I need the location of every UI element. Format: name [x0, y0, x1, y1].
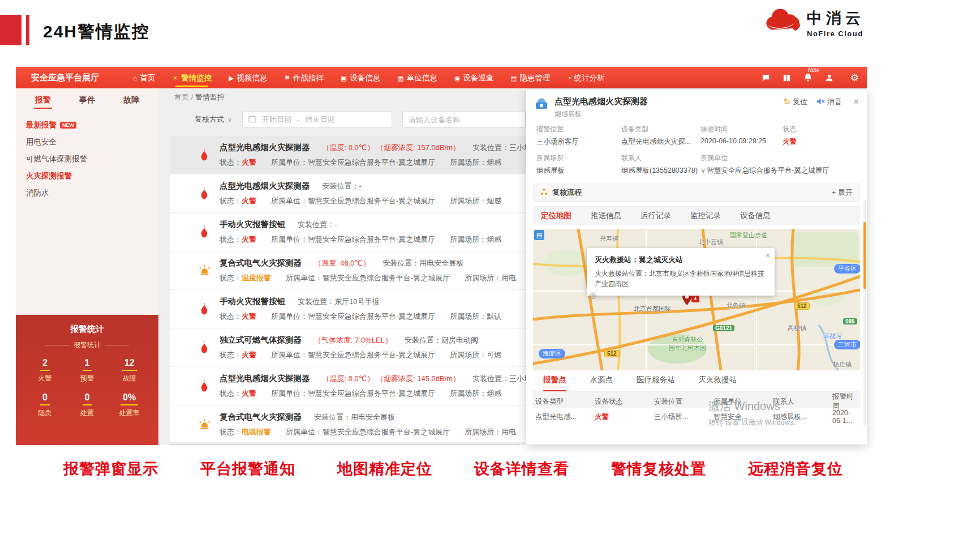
sidebar-item-latest-alarm[interactable]: 最新报警 NEW	[16, 117, 158, 134]
map-park-label: 东郊森林公 园华北树木园	[669, 335, 706, 352]
tab-push-info[interactable]: 推送信息	[591, 211, 621, 221]
breadcrumb-current: 警情监控	[195, 93, 225, 101]
map-river-label: 幸福河	[823, 332, 841, 340]
map-label: 国家登山步道	[730, 231, 767, 240]
road-number-badge: 512	[794, 302, 810, 310]
sidebar-item-fire-water[interactable]: 消防水	[16, 185, 158, 202]
table-header-row: 设备类型设备状态 安装位置所属单位 联系人报警时间	[533, 392, 860, 408]
map-info-popup: × 灭火救援站：翼之城灭火站 灭火救援站位置：北京市顺义区李桥镇国家地理信息科技…	[587, 248, 775, 296]
tab-monitor-records[interactable]: 监控记录	[690, 211, 721, 221]
nav-item-home[interactable]: ⌂首页	[133, 67, 155, 88]
mute-button[interactable]: 消音	[816, 97, 842, 107]
breadcrumb-home[interactable]: 首页	[174, 93, 189, 101]
sidebar-item-gas-detection[interactable]: 可燃气体探测报警	[16, 151, 158, 168]
review-process-bar: 复核流程 + 展开	[533, 183, 860, 202]
alarm-detail-panel: 点型光电感烟火灾探测器 烟感展板 ↻复位 消音 × 报警位置三小场所客厅 设备类…	[526, 89, 867, 445]
alarm-statistics-panel: 报警统计 报警统计 2火警 1预警 12故障 0隐患 0处置 0%处置率	[16, 315, 158, 445]
inspection-icon: ◉	[454, 74, 460, 82]
tab-fault[interactable]: 故障	[123, 95, 139, 109]
video-icon: ▶	[229, 74, 234, 82]
panel-scrollbar[interactable]	[863, 200, 866, 427]
nav-item-command[interactable]: ⚑作战指挥	[284, 67, 324, 88]
logo-cn-text: 中消云	[807, 8, 865, 28]
feature-label: 远程消音复位	[748, 459, 843, 479]
feature-label: 报警弹窗显示	[63, 459, 158, 479]
detail-title: 点型光电感烟火灾探测器	[555, 96, 648, 107]
review-process-label: 复核流程	[552, 187, 582, 198]
stat-hazard: 0隐患	[24, 392, 66, 418]
settings-gear-icon[interactable]: ⚙	[850, 72, 859, 84]
table-row[interactable]: 点型光电感...火警 三小场所...智慧安全... 烟感展板...2020-06…	[533, 408, 860, 426]
stats-subtitle: 报警统计	[16, 340, 158, 350]
date-range-input[interactable]: 开始日期 - 结束日期	[242, 111, 392, 128]
hazard-book-icon: ▤	[510, 74, 517, 82]
chevron-down-icon: ∨	[227, 116, 232, 123]
detail-subtitle: 烟感展板	[555, 109, 648, 119]
notification-bell-icon[interactable]: New	[803, 73, 813, 82]
close-icon[interactable]: ×	[853, 96, 859, 108]
popup-close-icon[interactable]: ×	[766, 251, 770, 260]
nav-item-hazard-management[interactable]: ▤隐患管理	[510, 67, 550, 88]
review-method-select[interactable]: 复核方式 ∨	[195, 114, 232, 125]
user-icon[interactable]	[825, 74, 833, 82]
reset-button[interactable]: ↻复位	[783, 97, 807, 107]
stat-prewarn: 1预警	[66, 358, 109, 383]
tab-device-info[interactable]: 设备信息	[740, 211, 771, 221]
new-badge: NEW	[60, 122, 76, 129]
top-navbar: 安全应急平台展厅 ⌂首页 ☀警情监控 ▶视频信息 ⚑作战指挥 ▣设备信息 ▦单位…	[16, 67, 867, 88]
nav-item-statistics[interactable]: ◔统计分析	[568, 67, 605, 88]
device-box-icon: ▣	[341, 74, 347, 82]
scrollbar-thumb[interactable]	[863, 222, 866, 289]
sidebar-item-electric-safety[interactable]: 用电安全	[16, 134, 158, 151]
expand-button[interactable]: + 展开	[832, 187, 853, 198]
sidebar-item-fire-detection[interactable]: 火灾探测报警	[16, 168, 158, 185]
manual-book-icon[interactable]	[783, 74, 791, 82]
flame-icon	[197, 225, 212, 239]
detector-device-icon	[534, 96, 549, 113]
device-search-input[interactable]	[402, 111, 526, 128]
alarm-monitor-icon: ☀	[172, 74, 178, 82]
sidebar-tabs: 报警 事件 故障	[16, 88, 158, 113]
map-canvas[interactable]: 兴寿镇 北小营镇 国家登山步道 平谷区 北京首都国际 北务镇 512 高楼镇 G…	[533, 229, 860, 370]
tab-alarm[interactable]: 报警	[35, 95, 51, 109]
end-date-placeholder: 结束日期	[305, 114, 334, 125]
nav-item-alarm-monitor[interactable]: ☀警情监控	[172, 67, 212, 88]
tab-medical-stations[interactable]: 医疗服务站	[637, 375, 675, 391]
start-date-placeholder: 开始日期	[262, 114, 291, 125]
alarm-light-icon	[197, 264, 212, 276]
nav-item-device-info[interactable]: ▣设备信息	[341, 67, 380, 88]
tab-water-points[interactable]: 水源点	[590, 375, 613, 391]
map-layers-control[interactable]: ▤	[534, 230, 544, 240]
review-process-icon	[540, 188, 548, 197]
tab-event[interactable]: 事件	[79, 95, 95, 109]
tab-locate-map[interactable]: 定位地图	[541, 211, 571, 221]
map-label: 北京首都国际	[634, 305, 671, 313]
chat-icon[interactable]	[762, 74, 770, 82]
horizontal-scrollbar[interactable]	[170, 444, 521, 445]
nav-item-unit-info[interactable]: ▦单位信息	[397, 67, 437, 88]
map-label: 杨庄镇	[833, 360, 852, 369]
tab-fire-stations[interactable]: 灭火救援站	[699, 375, 737, 391]
nav-item-video-info[interactable]: ▶视频信息	[229, 67, 267, 88]
map-label: 高楼镇	[788, 324, 806, 332]
feature-label: 警情复核处置	[611, 459, 706, 479]
home-icon: ⌂	[133, 74, 137, 82]
tab-run-records[interactable]: 运行记录	[641, 211, 671, 221]
field-status: 状态火警	[783, 125, 857, 147]
statistics-pie-icon: ◔	[568, 74, 571, 82]
header-accent-line	[26, 15, 29, 45]
field-alarm-location: 报警位置三小场所客厅	[536, 125, 621, 147]
road-number-badge: 095	[843, 318, 857, 324]
flame-icon	[197, 302, 212, 316]
chevron-down-icon: ∨	[700, 166, 706, 174]
stat-fire: 2火警	[24, 358, 66, 383]
nav-item-device-inspection[interactable]: ◉设备巡查	[454, 67, 493, 88]
flame-icon	[197, 340, 212, 354]
logo-en-text: NoFire Cloud	[807, 29, 865, 38]
command-flag-icon: ⚑	[284, 74, 290, 82]
calendar-icon	[248, 115, 256, 125]
nav-right-icons: New ⚙	[762, 72, 859, 84]
popup-body: 灭火救援站位置：北京市顺义区李桥镇国家地理信息科技产业园南区	[595, 268, 767, 289]
tab-alarm-points[interactable]: 报警点	[543, 375, 566, 391]
flame-icon	[197, 379, 212, 393]
